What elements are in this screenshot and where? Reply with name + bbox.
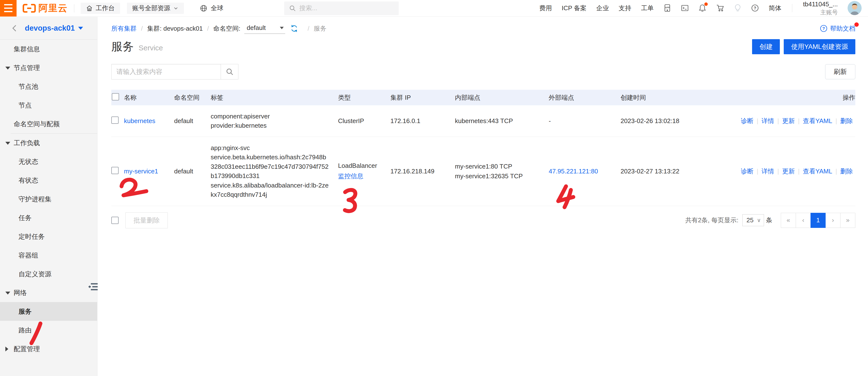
sidebar-item-cluster-info[interactable]: 集群信息 xyxy=(0,40,97,58)
sidebar-group-node-management[interactable]: 节点管理 xyxy=(0,58,97,77)
back-chevron-icon[interactable] xyxy=(11,24,18,32)
pager-last-button[interactable]: » xyxy=(840,213,855,228)
account-info[interactable]: tb411045_... 主账号 xyxy=(803,0,838,16)
breadcrumb-separator: / xyxy=(207,25,209,32)
action-delete-link[interactable]: 删除 xyxy=(840,168,853,175)
account-resources-dropdown[interactable]: 账号全部资源 xyxy=(127,3,184,14)
action-diagnose-link[interactable]: 诊断 xyxy=(741,168,753,175)
help-circle-icon: ? xyxy=(820,25,828,32)
account-username: tb411045_... xyxy=(803,0,838,8)
sidebar-item-pods[interactable]: 容器组 xyxy=(0,246,97,265)
sidebar-group-workloads[interactable]: 工作负载 xyxy=(0,134,97,152)
table-search-input[interactable] xyxy=(111,64,221,79)
batch-delete-button[interactable]: 批量删除 xyxy=(125,212,168,228)
sidebar-item-deployments[interactable]: 无状态 xyxy=(0,152,97,171)
locale-switcher[interactable]: 简体 xyxy=(769,4,781,12)
pager-next-button[interactable]: › xyxy=(826,213,840,228)
workbench-label: 工作台 xyxy=(96,4,115,12)
sidebar-item-jobs[interactable]: 任务 xyxy=(0,208,97,227)
menu-icp[interactable]: ICP 备案 xyxy=(562,4,586,12)
cluster-switcher[interactable]: devops-ack01 xyxy=(18,24,90,33)
sidebar-item-label: 节点管理 xyxy=(13,64,40,72)
action-update-link[interactable]: 更新 xyxy=(782,168,795,175)
menu-billing[interactable]: 费用 xyxy=(539,4,552,12)
sidebar-item-label: 无状态 xyxy=(19,157,38,166)
pagination-summary: 共有2条, 每页显示: xyxy=(685,216,738,225)
cell-labels: app:nginx-svc service.beta.kubernetes.io… xyxy=(211,137,338,206)
menu-enterprise[interactable]: 企业 xyxy=(596,4,609,12)
sidebar-item-nodes[interactable]: 节点 xyxy=(0,96,97,114)
page-size-select[interactable]: 25 ∨ xyxy=(742,214,764,226)
sidebar-item-custom-resources[interactable]: 自定义资源 xyxy=(0,265,97,283)
action-details-link[interactable]: 详情 xyxy=(762,168,774,175)
action-update-link[interactable]: 更新 xyxy=(782,117,795,125)
col-namespace: 命名空间 xyxy=(174,90,211,105)
sidebar-item-node-pools[interactable]: 节点池 xyxy=(0,77,97,96)
sidebar-item-statefulsets[interactable]: 有状态 xyxy=(0,171,97,190)
cell-external-endpoint: 47.95.221.121:80 xyxy=(549,137,621,206)
namespace-label: 命名空间: xyxy=(213,24,240,33)
action-delete-link[interactable]: 删除 xyxy=(840,117,853,125)
endpoint-line: my-service1:80 TCP xyxy=(455,162,546,171)
hamburger-menu-icon[interactable] xyxy=(0,0,17,16)
lightbulb-icon[interactable] xyxy=(734,4,741,12)
select-all-checkbox[interactable] xyxy=(112,93,119,100)
user-avatar[interactable] xyxy=(847,1,862,15)
menu-support[interactable]: 支持 xyxy=(619,4,631,12)
action-view-yaml-link[interactable]: 查看YAML xyxy=(803,117,832,125)
svg-text:?: ? xyxy=(754,6,756,10)
sidebar-item-services[interactable]: 服务 xyxy=(0,302,97,321)
breadcrumb-all-clusters[interactable]: 所有集群 xyxy=(111,24,136,33)
sidebar-group-config-management[interactable]: 配置管理 xyxy=(0,340,97,358)
pager-page-1-button[interactable]: 1 xyxy=(810,213,826,228)
collapse-sidebar-icon[interactable] xyxy=(87,281,99,294)
service-name-link[interactable]: kubernetes xyxy=(124,117,155,125)
cloudshell-icon[interactable] xyxy=(681,4,689,12)
action-diagnose-link[interactable]: 诊断 xyxy=(741,117,753,125)
help-doc-label: 帮助文档 xyxy=(830,24,855,33)
sidebar-item-cronjobs[interactable]: 定时任务 xyxy=(0,227,97,246)
action-details-link[interactable]: 详情 xyxy=(762,117,774,125)
pager-prev-button[interactable]: ‹ xyxy=(796,213,811,228)
create-button[interactable]: 创建 xyxy=(752,39,780,54)
sidebar-item-daemonsets[interactable]: 守护进程集 xyxy=(0,190,97,208)
footer-select-checkbox[interactable] xyxy=(111,217,119,224)
global-search[interactable] xyxy=(284,1,399,15)
notifications-bell-icon[interactable] xyxy=(699,4,706,12)
col-name: 名称 xyxy=(124,90,174,105)
global-search-input[interactable] xyxy=(299,4,392,12)
monitor-info-link[interactable]: 监控信息 xyxy=(338,172,363,180)
cart-icon[interactable] xyxy=(716,4,724,12)
divider: | xyxy=(798,168,800,175)
sidebar-header: devops-ack01 xyxy=(0,17,97,40)
region-selector[interactable]: 全球 xyxy=(199,4,223,12)
menu-tickets[interactable]: 工单 xyxy=(641,4,654,12)
workbench-button[interactable]: 工作台 xyxy=(81,3,120,14)
help-doc-link[interactable]: ? 帮助文档 xyxy=(820,24,855,33)
col-labels: 标签 xyxy=(211,90,338,105)
row-checkbox[interactable] xyxy=(111,167,119,174)
divider: | xyxy=(757,117,758,125)
sidebar-item-namespaces-quotas[interactable]: 命名空间与配额 xyxy=(0,114,97,133)
help-question-icon[interactable]: ? xyxy=(751,4,759,12)
service-name-link[interactable]: my-service1 xyxy=(124,168,158,175)
sidebar-group-network[interactable]: 网络 xyxy=(0,283,97,302)
namespace-select[interactable]: default xyxy=(244,23,285,34)
row-checkbox[interactable] xyxy=(111,116,119,124)
app-icon[interactable]: APP xyxy=(663,4,671,12)
table-search-button[interactable] xyxy=(221,64,239,79)
pager-first-button[interactable]: « xyxy=(781,213,796,228)
label-item: service.k8s.alibaba/loadbalancer-id:lb-2… xyxy=(211,181,329,199)
cluster-name: devops-ack01 xyxy=(25,24,75,33)
table-header-row: 名称 命名空间 标签 类型 集群 IP 内部端点 外部端点 创建时间 操作 xyxy=(111,90,855,105)
svg-text:APP: APP xyxy=(665,6,670,9)
external-endpoint-link[interactable]: 47.95.221.121:80 xyxy=(549,168,598,175)
alibaba-cloud-logo[interactable]: 阿里云 xyxy=(22,2,68,14)
region-label: 全球 xyxy=(211,4,223,12)
refresh-button[interactable]: 刷新 xyxy=(825,64,855,79)
namespace-refresh-icon[interactable] xyxy=(290,24,298,33)
create-yaml-button[interactable]: 使用YAML创建资源 xyxy=(784,39,855,54)
table-toolbar: 刷新 xyxy=(98,54,868,79)
sidebar-item-ingresses[interactable]: 路由 xyxy=(0,321,97,340)
action-view-yaml-link[interactable]: 查看YAML xyxy=(803,168,832,175)
